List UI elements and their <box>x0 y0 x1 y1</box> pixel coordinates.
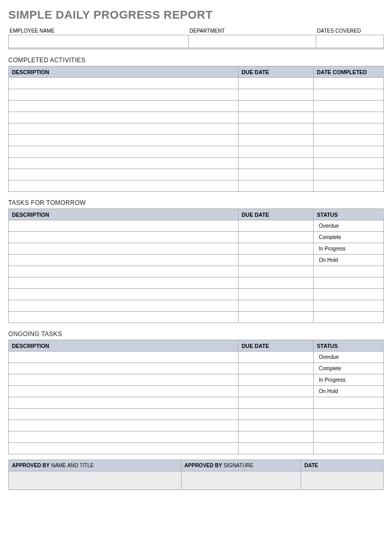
approval-table: APPROVED BY NAME AND TITLE APPROVED BY S… <box>8 459 384 490</box>
status-inprogress[interactable]: In Progress <box>314 243 384 255</box>
table-cell[interactable] <box>239 146 314 158</box>
table-cell[interactable] <box>314 135 384 146</box>
table-cell[interactable] <box>9 300 239 312</box>
table-cell[interactable] <box>314 443 384 454</box>
table-cell[interactable] <box>239 312 314 323</box>
table-cell[interactable] <box>239 255 314 266</box>
table-cell[interactable] <box>239 89 314 101</box>
table-cell[interactable] <box>239 101 314 112</box>
table-cell[interactable] <box>239 78 314 89</box>
table-cell[interactable] <box>314 146 384 158</box>
status-inprogress[interactable]: In Progress <box>314 374 384 386</box>
status-complete[interactable]: Complete <box>314 232 384 243</box>
table-cell[interactable] <box>314 123 384 135</box>
table-cell[interactable] <box>239 443 314 454</box>
table-cell[interactable] <box>239 300 314 312</box>
table-cell[interactable] <box>314 266 384 277</box>
table-cell[interactable] <box>239 243 314 255</box>
table-cell[interactable] <box>314 431 384 443</box>
approval-name-title-input[interactable] <box>9 471 181 490</box>
approval-signature-header: APPROVED BY SIGNATURE <box>181 460 301 471</box>
table-cell[interactable] <box>314 78 384 89</box>
table-cell[interactable] <box>314 277 384 289</box>
table-cell[interactable] <box>9 89 239 101</box>
ongoing-col-status: STATUS <box>314 340 384 352</box>
table-cell[interactable] <box>9 363 239 374</box>
completed-col-done: DATE COMPLETED <box>314 66 384 78</box>
dates-covered-input[interactable] <box>316 35 383 49</box>
table-cell[interactable] <box>9 169 239 180</box>
table-cell[interactable] <box>9 158 239 169</box>
table-cell[interactable] <box>239 409 314 420</box>
table-cell[interactable] <box>239 180 314 192</box>
table-cell[interactable] <box>9 374 239 386</box>
table-cell[interactable] <box>9 146 239 158</box>
table-cell[interactable] <box>9 289 239 300</box>
table-cell[interactable] <box>9 443 239 454</box>
status-onhold[interactable]: On Hold <box>314 255 384 266</box>
table-cell[interactable] <box>9 112 239 123</box>
table-cell[interactable] <box>239 277 314 289</box>
table-cell[interactable] <box>314 289 384 300</box>
approval-date-header: DATE <box>301 460 383 471</box>
department-input[interactable] <box>189 35 316 49</box>
table-cell[interactable] <box>9 232 239 243</box>
approval-date-input[interactable] <box>301 471 383 490</box>
table-cell[interactable] <box>9 312 239 323</box>
table-cell[interactable] <box>9 135 239 146</box>
table-cell[interactable] <box>314 89 384 101</box>
table-cell[interactable] <box>239 397 314 409</box>
table-cell[interactable] <box>239 158 314 169</box>
table-cell[interactable] <box>9 397 239 409</box>
table-cell[interactable] <box>239 289 314 300</box>
table-cell[interactable] <box>239 266 314 277</box>
tomorrow-section-title: TASKS FOR TOMORROW <box>8 199 384 206</box>
ongoing-section-title: ONGOING TASKS <box>8 330 384 338</box>
table-cell[interactable] <box>9 277 239 289</box>
table-cell[interactable] <box>9 78 239 89</box>
status-overdue[interactable]: Overdue <box>314 352 384 363</box>
table-cell[interactable] <box>314 169 384 180</box>
table-cell[interactable] <box>239 352 314 363</box>
table-cell[interactable] <box>9 266 239 277</box>
table-cell[interactable] <box>9 243 239 255</box>
table-cell[interactable] <box>9 255 239 266</box>
status-overdue[interactable]: Overdue <box>314 220 384 232</box>
table-cell[interactable] <box>239 374 314 386</box>
table-cell[interactable] <box>9 420 239 431</box>
table-cell[interactable] <box>239 123 314 135</box>
table-cell[interactable] <box>314 180 384 192</box>
table-cell[interactable] <box>239 169 314 180</box>
approval-name-title-header: APPROVED BY NAME AND TITLE <box>9 460 181 471</box>
table-cell[interactable] <box>314 312 384 323</box>
completed-col-description: DESCRIPTION <box>9 66 239 78</box>
table-cell[interactable] <box>9 352 239 363</box>
table-cell[interactable] <box>314 300 384 312</box>
table-cell[interactable] <box>9 431 239 443</box>
table-cell[interactable] <box>9 123 239 135</box>
table-cell[interactable] <box>314 101 384 112</box>
table-cell[interactable] <box>314 420 384 431</box>
table-cell[interactable] <box>239 135 314 146</box>
table-cell[interactable] <box>314 409 384 420</box>
approval-signature-input[interactable] <box>181 471 301 490</box>
table-cell[interactable] <box>239 420 314 431</box>
table-cell[interactable] <box>314 397 384 409</box>
table-cell[interactable] <box>9 386 239 397</box>
status-complete[interactable]: Complete <box>314 363 384 374</box>
table-cell[interactable] <box>239 363 314 374</box>
table-cell[interactable] <box>314 112 384 123</box>
table-cell[interactable] <box>9 220 239 232</box>
table-cell[interactable] <box>239 232 314 243</box>
table-cell[interactable] <box>9 409 239 420</box>
employee-name-input[interactable] <box>9 35 189 49</box>
table-cell[interactable] <box>9 180 239 192</box>
table-cell[interactable] <box>239 220 314 232</box>
table-cell[interactable] <box>314 158 384 169</box>
status-onhold[interactable]: On Hold <box>314 386 384 397</box>
table-cell[interactable] <box>9 101 239 112</box>
table-cell[interactable] <box>239 112 314 123</box>
table-cell[interactable] <box>239 431 314 443</box>
table-cell[interactable] <box>239 386 314 397</box>
ongoing-col-due: DUE DATE <box>239 340 314 352</box>
